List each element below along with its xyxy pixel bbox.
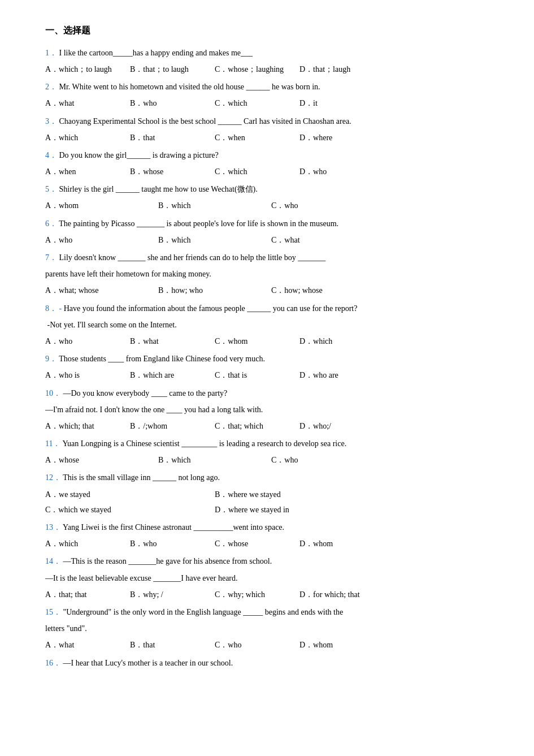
question-text2: parents have left their hometown for mak… [45,270,211,278]
question-line: 7． Lily doesn't know _______ she and her… [45,250,489,265]
option-d: D．who are [299,368,373,382]
option-d: D．who;/ [299,419,373,433]
question-9: 9． Those students ____ from England like… [45,352,489,382]
option-c: C．how; whose [271,283,373,297]
question-number: 2． [45,83,57,91]
option-a: A．we stayed [45,487,203,502]
question-text: Mr. White went to his hometown and visit… [59,83,320,91]
question-line: 6． The painting by Picasso _______ is ab… [45,217,489,231]
question-line: 14． —This is the reason _______he gave f… [45,554,489,568]
options: A．whose B．which C．who [45,453,489,467]
question-number: 6． [45,219,57,228]
option-c: C．what [271,233,373,247]
question-number: 15． [45,608,61,616]
question-14: 14． —This is the reason _______he gave f… [45,554,489,602]
option-a: A．what; whose [45,283,147,297]
option-c: C．who [215,638,288,652]
question-line: 16． —I hear that Lucy's mother is a teac… [45,656,489,670]
question-line: 4． Do you know the girl______ is drawing… [45,148,489,162]
option-c: C．that; which [215,419,288,433]
question-number: 5． [45,185,57,193]
options: A．which B．that C．when D．where [45,131,489,145]
option-a: A．who [45,233,147,247]
question-number: 10． [45,389,61,398]
question-number: 8． [45,304,57,313]
question-text: "Underground" is the only word in the En… [63,608,344,616]
option-a: A．which; that [45,419,119,433]
question-text: Lily doesn't know _______ she and her fr… [59,253,326,262]
question-line2: -Not yet. I'll search some on the Intern… [45,318,489,332]
options: A．which; that B．/;whom C．that; which D．w… [45,419,489,433]
option-c: C．who [271,198,373,213]
question-text2: letters "und". [45,624,87,633]
options: A．we stayed B．where we stayed C．which we… [45,487,489,517]
question-7: 7． Lily doesn't know _______ she and her… [45,250,489,298]
option-c: C．that is [215,368,288,382]
question-number: 12． [45,473,61,482]
question-number: 1． [45,49,57,57]
option-b: B．where we stayed [215,487,373,502]
question-number: 11． [45,439,60,448]
question-line: 5． Shirley is the girl ______ taught me … [45,182,489,196]
option-b: B．which [158,453,260,467]
question-line2: —It is the least believable excuse _____… [45,571,489,585]
question-text2: —It is the least believable excuse _____… [45,574,238,582]
option-d: D．that；laugh [299,62,373,76]
question-text: Chaoyang Experimental School is the best… [59,117,351,126]
question-line: 15． "Underground" is the only word in th… [45,605,489,619]
option-b: B．/;whom [130,419,203,433]
option-c: C．whose [215,537,288,551]
question-line: 1． I like the cartoon_____has a happy en… [45,46,489,60]
question-text: —This is the reason _______he gave for h… [63,557,272,565]
question-number: 16． [45,659,61,667]
option-a: A．when [45,165,119,179]
option-b: B．which [158,233,260,247]
question-line: 3． Chaoyang Experimental School is the b… [45,114,489,128]
option-c: C．whom [215,334,288,348]
option-a: A．what [45,96,119,110]
question-text2: —I'm afraid not. I don't know the one __… [45,405,263,414]
option-d: D．who [299,165,373,179]
question-8: 8． - Have you found the information abou… [45,301,489,349]
options: A．who B．what C．whom D．which [45,334,489,348]
question-line: 13． Yang Liwei is the first Chinese astr… [45,520,489,534]
options: A．whom B．which C．who [45,198,489,213]
questions-container: 1． I like the cartoon_____has a happy en… [45,46,489,670]
question-4: 4． Do you know the girl______ is drawing… [45,148,489,179]
question-15: 15． "Underground" is the only word in th… [45,605,489,653]
question-3: 3． Chaoyang Experimental School is the b… [45,114,489,145]
option-a: A．who is [45,368,119,382]
question-line2: parents have left their hometown for mak… [45,267,489,281]
options: A．who is B．which are C．that is D．who are [45,368,489,382]
question-line: 8． - Have you found the information abou… [45,301,489,316]
option-a: A．what [45,638,119,652]
options: A．what B．who C．which D．it [45,96,489,110]
question-12: 12． This is the small village inn ______… [45,470,489,517]
question-10: 10． —Do you know everybody ____ came to … [45,386,489,434]
question-1: 1． I like the cartoon_____has a happy en… [45,46,489,76]
option-b: B．why; / [130,587,203,602]
question-number: 7． [45,253,57,262]
option-a: A．which [45,131,119,145]
option-b: B．what [130,334,203,348]
option-b: B．whose [130,165,203,179]
option-b: B．which are [130,368,203,382]
option-b: B．that [130,131,203,145]
question-text: Shirley is the girl ______ taught me how… [59,185,258,193]
options: A．who B．which C．what [45,233,489,247]
question-11: 11． Yuan Longping is a Chinese scientist… [45,437,489,467]
options: A．when B．whose C．which D．who [45,165,489,179]
question-line: 9． Those students ____ from England like… [45,352,489,366]
option-c: C．which [215,96,288,110]
option-d: D．which [299,334,373,348]
question-text: —I hear that Lucy's mother is a teacher … [63,659,233,667]
options: A．that; that B．why; / C．why; which D．for… [45,587,489,602]
option-d: D．whom [299,537,373,551]
options: A．which B．who C．whose D．whom [45,537,489,551]
option-d: D．it [299,96,373,110]
option-b: B．who [130,537,203,551]
options: A．what B．that C．who D．whom [45,638,489,652]
question-number: 3． [45,117,57,126]
question-text: Yuan Longping is a Chinese scientist ___… [62,439,346,448]
option-c: C．when [215,131,288,145]
